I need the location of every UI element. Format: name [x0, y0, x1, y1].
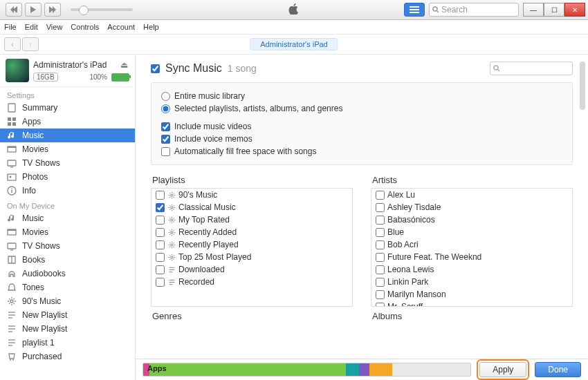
svg-point-23	[10, 300, 13, 303]
artist-checkbox[interactable]	[376, 265, 385, 274]
playlist-row[interactable]: Recorded	[151, 276, 352, 288]
close-button[interactable]: ✕	[564, 3, 585, 17]
artist-row[interactable]: Future Feat. The Weeknd	[371, 251, 572, 263]
sidebar-item-audiobooks[interactable]: Audiobooks	[0, 267, 135, 281]
playlist-row[interactable]: Downloaded	[151, 263, 352, 276]
sidebar-item-movies[interactable]: Movies	[0, 225, 135, 239]
usage-segment	[359, 363, 369, 376]
next-track-button[interactable]	[44, 3, 61, 17]
forward-button[interactable]: ›	[22, 37, 39, 51]
playlist-checkbox[interactable]	[156, 253, 165, 262]
playlist-row[interactable]: Classical Music	[151, 201, 352, 213]
artist-checkbox[interactable]	[376, 278, 385, 287]
minimize-button[interactable]: —	[523, 3, 544, 17]
artist-row[interactable]: Marilyn Manson	[371, 288, 572, 301]
menu-file[interactable]: File	[4, 23, 17, 31]
sidebar-item-tones[interactable]: Tones	[0, 281, 135, 294]
search-input-panel[interactable]	[490, 61, 573, 75]
sidebar-item-summary[interactable]: Summary	[0, 101, 135, 115]
view-list-button[interactable]	[404, 3, 425, 17]
sync-music-checkbox[interactable]	[151, 64, 160, 73]
artist-row[interactable]: Ashley Tisdale	[371, 201, 572, 213]
back-button[interactable]: ‹	[4, 37, 21, 51]
playlist-row[interactable]: My Top Rated	[151, 213, 352, 226]
sidebar-item-music[interactable]: Music	[0, 211, 135, 225]
volume-slider[interactable]	[71, 8, 133, 11]
playlist-checkbox[interactable]	[156, 278, 165, 287]
sidebar-head-ondevice: On My Device	[0, 198, 135, 211]
sidebar-item-new-playlist[interactable]: New Playlist	[0, 322, 135, 336]
menu-help[interactable]: Help	[143, 23, 159, 31]
playlist-row[interactable]: Top 25 Most Played	[151, 251, 352, 263]
artist-row[interactable]: Mr. Scruff	[371, 301, 572, 307]
artist-row[interactable]: Bob Acri	[371, 238, 572, 251]
capacity-badge: 16GB	[33, 73, 58, 82]
maximize-button[interactable]: ☐	[544, 3, 564, 17]
sidebar-item-playlist-1[interactable]: playlist 1	[0, 336, 135, 350]
menu-edit[interactable]: Edit	[25, 23, 38, 31]
artist-checkbox[interactable]	[376, 228, 385, 237]
artist-row[interactable]: Leona Lewis	[371, 263, 572, 276]
artist-row[interactable]: Babasónicos	[371, 213, 572, 226]
menu-controls[interactable]: Controls	[71, 23, 99, 31]
opt-selected-playlists[interactable]: Selected playlists, artists, albums, and…	[161, 102, 562, 115]
artist-checkbox[interactable]	[376, 216, 385, 225]
sidebar-item-photos[interactable]: Photos	[0, 170, 135, 184]
artist-checkbox[interactable]	[376, 191, 385, 200]
opt-include-videos[interactable]: Include music videos	[161, 120, 562, 133]
eject-icon[interactable]: ⏏	[119, 59, 129, 71]
artist-checkbox[interactable]	[376, 203, 385, 212]
list-icon	[167, 265, 176, 274]
sidebar-item-music[interactable]: Music	[0, 129, 135, 142]
sidebar-item-movies[interactable]: Movies	[0, 142, 135, 156]
opt-include-memos[interactable]: Include voice memos	[161, 133, 562, 145]
tv-icon	[7, 241, 17, 251]
playlist-row[interactable]: 90's Music	[151, 189, 352, 201]
playlist-checkbox[interactable]	[156, 265, 165, 274]
sidebar-item-purchased[interactable]: Purchased	[0, 350, 135, 363]
gear-icon	[167, 228, 176, 236]
sidebar-item-tv-shows[interactable]: TV Shows	[0, 156, 135, 170]
sidebar-item-90-s-music[interactable]: 90's Music	[0, 294, 135, 308]
playlist-row[interactable]: Recently Played	[151, 238, 352, 251]
playlist-checkbox[interactable]	[156, 191, 165, 200]
menu-account[interactable]: Account	[107, 23, 135, 31]
opt-autofill[interactable]: Automatically fill free space with songs	[161, 145, 562, 158]
sidebar-item-books[interactable]: Books	[0, 253, 135, 267]
done-button[interactable]: Done	[535, 362, 581, 377]
artist-checkbox[interactable]	[376, 240, 385, 249]
main-panel: Sync Music 1 song Entire music library S…	[136, 55, 588, 380]
play-button[interactable]	[25, 3, 42, 17]
artist-checkbox[interactable]	[376, 253, 385, 262]
playlists-listbox[interactable]: 90's MusicClassical MusicMy Top RatedRec…	[151, 188, 353, 307]
opt-entire-library[interactable]: Entire music library	[161, 90, 562, 102]
device-pill[interactable]: Administrator's iPad	[250, 38, 338, 50]
usage-segment	[149, 363, 346, 376]
menu-view[interactable]: View	[46, 23, 63, 31]
artist-checkbox[interactable]	[376, 303, 385, 307]
search-input-top[interactable]: Search	[429, 3, 519, 17]
playlist-checkbox[interactable]	[156, 203, 165, 212]
svg-point-38	[170, 206, 172, 208]
artist-row[interactable]: Blue	[371, 226, 572, 238]
artist-checkbox[interactable]	[376, 290, 385, 299]
usage-label: Apps	[147, 364, 167, 372]
artist-row[interactable]: Alex Lu	[371, 189, 572, 201]
artist-row[interactable]: Linkin Park	[371, 276, 572, 288]
artists-listbox[interactable]: Alex LuAshley TisdaleBabasónicosBlueBob …	[371, 188, 573, 307]
svg-rect-18	[11, 189, 12, 189]
prev-track-button[interactable]	[6, 3, 22, 17]
sidebar-item-tv-shows[interactable]: TV Shows	[0, 239, 135, 253]
sidebar-item-apps[interactable]: Apps	[0, 115, 135, 129]
storage-usage-bar[interactable]: Apps	[143, 363, 471, 377]
apply-button[interactable]: Apply	[479, 362, 526, 377]
svg-point-35	[494, 66, 498, 70]
playlist-row[interactable]: Recently Added	[151, 226, 352, 238]
playlist-checkbox[interactable]	[156, 216, 165, 225]
audiobooks-icon	[7, 269, 17, 278]
sidebar-item-new-playlist[interactable]: New Playlist	[0, 308, 135, 322]
scrollbar[interactable]	[578, 61, 587, 144]
sidebar-item-info[interactable]: Info	[0, 184, 135, 198]
playlist-checkbox[interactable]	[156, 240, 165, 249]
playlist-checkbox[interactable]	[156, 228, 165, 237]
